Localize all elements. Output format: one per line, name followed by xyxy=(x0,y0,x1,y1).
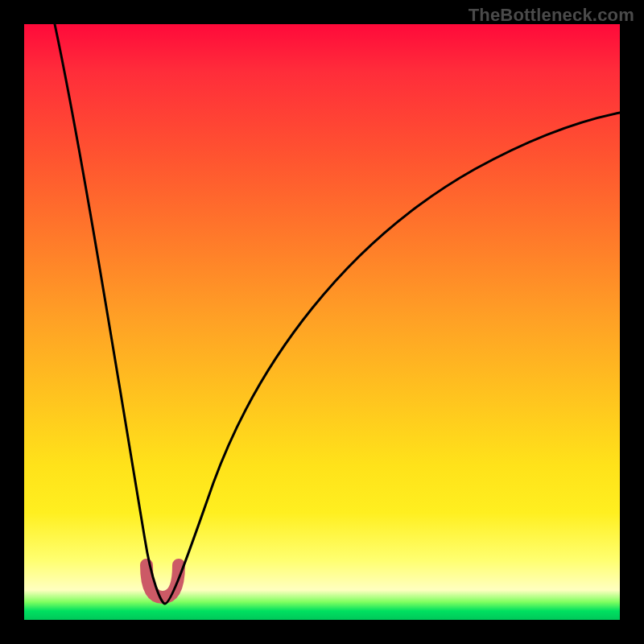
curve-layer xyxy=(24,24,620,620)
watermark-text: TheBottleneck.com xyxy=(469,5,634,26)
chart-frame: TheBottleneck.com xyxy=(0,0,644,644)
plot-area xyxy=(24,24,620,620)
bottleneck-curve xyxy=(55,24,620,604)
